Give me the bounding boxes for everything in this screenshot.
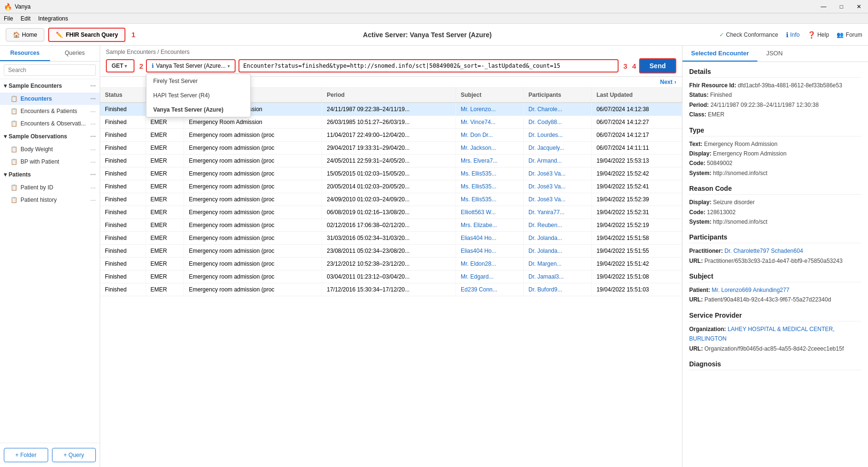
next-button[interactable]: Next › <box>660 79 676 85</box>
server-selector[interactable]: ℹ Vanya Test Server (Azure... ▾ <box>146 59 236 73</box>
info-button[interactable]: ℹ Info <box>786 31 800 39</box>
table-row[interactable]: FinishedEMEREmergency room admission (pr… <box>100 283 682 296</box>
cell-subject[interactable]: Mr. Eldon28... <box>456 258 524 270</box>
minimize-button[interactable]: — <box>818 3 829 10</box>
maximize-button[interactable]: □ <box>837 3 846 10</box>
practitioner-link[interactable]: Dr. Charolette797 Schaden604 <box>724 248 803 254</box>
cell-subject[interactable]: Elias404 Ho... <box>456 232 524 245</box>
item-menu-dots-2[interactable]: ··· <box>90 107 96 115</box>
table-row[interactable]: FinishedEMEREmergency room admission (pr… <box>100 180 682 193</box>
cell-subject[interactable]: Elliott563 W... <box>456 206 524 219</box>
cell-participants[interactable]: Dr. Jolanda... <box>524 232 592 245</box>
help-button[interactable]: ❓ Help <box>807 31 829 39</box>
reason-system-label: System: <box>689 218 713 225</box>
check-conformance-button[interactable]: ✓ Check Conformance <box>719 31 778 38</box>
dropdown-firely[interactable]: Firely Test Server <box>146 74 250 88</box>
close-button[interactable]: ✕ <box>854 3 864 10</box>
sidebar-item-bp-with-patient[interactable]: 📋 BP with Patient ··· <box>0 156 100 168</box>
add-folder-button[interactable]: + Folder <box>4 448 48 462</box>
cell-subject[interactable]: Ms. Ellis535... <box>456 180 524 193</box>
cell-subject[interactable]: Mrs. Elvera7... <box>456 155 524 167</box>
table-row[interactable]: FinishedEMEREmergency room admission (pr… <box>100 129 682 142</box>
cell-participants[interactable]: Dr. Jamaal3... <box>524 270 592 283</box>
item-menu-dots-5[interactable]: ··· <box>90 158 96 166</box>
table-row[interactable]: FinishedEMEREmergency room admission (pr… <box>100 245 682 258</box>
menu-integrations[interactable]: Integrations <box>38 15 68 22</box>
sidebar-item-encounters[interactable]: 📋 Encounters ··· <box>0 93 100 105</box>
group-menu-dots[interactable]: ··· <box>90 82 96 90</box>
dropdown-hapi[interactable]: HAPI Test Server (R4) <box>146 88 250 103</box>
group-menu-dots-2[interactable]: ··· <box>90 133 96 140</box>
patient-link[interactable]: Mr. Lorenzo669 Ankunding277 <box>712 287 789 293</box>
cell-participants[interactable]: Dr. Charole... <box>524 103 592 116</box>
sidebar-item-patient-by-id[interactable]: 📋 Patient by ID ··· <box>0 181 100 194</box>
item-menu-dots-6[interactable]: ··· <box>90 184 96 191</box>
table-row[interactable]: FinishedEMEREmergency room admission (pr… <box>100 206 682 219</box>
cell-participants[interactable]: Dr. Margen... <box>524 258 592 270</box>
cell-participants[interactable]: Dr. José3 Va... <box>524 193 592 206</box>
breadcrumb-sample-encounters[interactable]: Sample Encounters <box>106 49 156 55</box>
group-header-patients[interactable]: ▾ Patients ··· <box>0 168 100 181</box>
tab-resources[interactable]: Resources <box>0 46 50 61</box>
menu-edit[interactable]: Edit <box>21 15 31 22</box>
cell-participants[interactable]: Dr. José3 Va... <box>524 180 592 193</box>
sidebar-item-encounters-observations[interactable]: 📋 Encounters & Observati... ··· <box>0 117 100 130</box>
item-menu-dots-7[interactable]: ··· <box>90 196 96 204</box>
group-header-sample-encounters[interactable]: ▾ Sample Encounters ··· <box>0 79 100 93</box>
encounters-icon: 📋 <box>10 95 18 102</box>
cell-subject[interactable]: Elias404 Ho... <box>456 245 524 258</box>
tab-json[interactable]: JSON <box>757 46 791 62</box>
table-row[interactable]: FinishedEMEREmergency room admission (pr… <box>100 155 682 167</box>
cell-participants[interactable]: Dr. Lourdes... <box>524 129 592 142</box>
cell-participants[interactable]: Dr. Buford9... <box>524 283 592 296</box>
cell-subject[interactable]: Mr. Vince74... <box>456 116 524 129</box>
group-menu-dots-3[interactable]: ··· <box>90 171 96 178</box>
forum-button[interactable]: 👥 Forum <box>837 31 862 38</box>
method-selector[interactable]: GET ▾ <box>106 59 134 73</box>
cell-subject[interactable]: Mr. Lorenzo... <box>456 103 524 116</box>
table-row[interactable]: FinishedEMEREmergency room admission (pr… <box>100 219 682 232</box>
table-row[interactable]: FinishedEMEREmergency room admission (pr… <box>100 167 682 180</box>
patient-row: Patient: Mr. Lorenzo669 Ankunding277 <box>689 285 861 295</box>
cell-subject[interactable]: Mrs. Elizabe... <box>456 219 524 232</box>
tab-queries[interactable]: Queries <box>50 46 100 61</box>
cell-participants[interactable]: Dr. Armand... <box>524 155 592 167</box>
search-input[interactable] <box>4 64 96 76</box>
cell-subject[interactable]: Ms. Ellis535... <box>456 167 524 180</box>
period-label: Period: <box>689 102 711 108</box>
cell-participants[interactable]: Dr. Yanira77... <box>524 206 592 219</box>
cell-subject[interactable]: Mr. Edgard... <box>456 270 524 283</box>
item-menu-dots-4[interactable]: ··· <box>90 145 96 153</box>
table-row[interactable]: FinishedEMEREmergency room admission (pr… <box>100 232 682 245</box>
cell-participants[interactable]: Dr. Cody88... <box>524 116 592 129</box>
sidebar-item-body-weight[interactable]: 📋 Body Weight ··· <box>0 143 100 156</box>
cell-participants[interactable]: Dr. José3 Va... <box>524 167 592 180</box>
sidebar-item-patient-history[interactable]: 📋 Patient history ··· <box>0 194 100 206</box>
cell-subject[interactable]: Ms. Ellis535... <box>456 193 524 206</box>
item-menu-dots[interactable]: ··· <box>90 95 96 103</box>
menu-file[interactable]: File <box>4 15 13 22</box>
send-button[interactable]: Send <box>639 58 676 73</box>
add-query-button[interactable]: + Query <box>52 448 96 462</box>
table-row[interactable]: FinishedEMEREmergency room admission (pr… <box>100 270 682 283</box>
cell-participants[interactable]: Dr. Jolanda... <box>524 245 592 258</box>
cell-subject[interactable]: Ed239 Conn... <box>456 283 524 296</box>
cell-participants[interactable]: Dr. Reuben... <box>524 219 592 232</box>
cell-class: EMER <box>145 180 184 193</box>
dropdown-vanya[interactable]: Vanya Test Server (Azure) <box>146 103 250 117</box>
table-row[interactable]: FinishedEMEREmergency room admission (pr… <box>100 142 682 155</box>
cell-participants[interactable]: Dr. Jacquely... <box>524 142 592 155</box>
cell-subject[interactable]: Mr. Don Dr... <box>456 129 524 142</box>
tab-selected-encounter[interactable]: Selected Encounter <box>682 46 757 62</box>
sidebar-item-encounters-patients[interactable]: 📋 Encounters & Patients ··· <box>0 105 100 117</box>
query-input[interactable] <box>238 59 619 73</box>
fhir-search-button[interactable]: ✏️ FHIR Search Query <box>48 28 125 42</box>
table-row[interactable]: FinishedEMEREmergency room admission (pr… <box>100 193 682 206</box>
item-menu-dots-3[interactable]: ··· <box>90 120 96 127</box>
info-icon-server: ℹ <box>152 62 154 69</box>
table-row[interactable]: FinishedEMEREmergency room admission (pr… <box>100 258 682 270</box>
group-header-sample-observations[interactable]: ▾ Sample Observations ··· <box>0 130 100 143</box>
home-button[interactable]: 🏠 Home <box>6 28 44 42</box>
cell-subject[interactable]: Mr. Jackson... <box>456 142 524 155</box>
table-row[interactable]: FinishedEMEREmergency Room Admission26/0… <box>100 116 682 129</box>
